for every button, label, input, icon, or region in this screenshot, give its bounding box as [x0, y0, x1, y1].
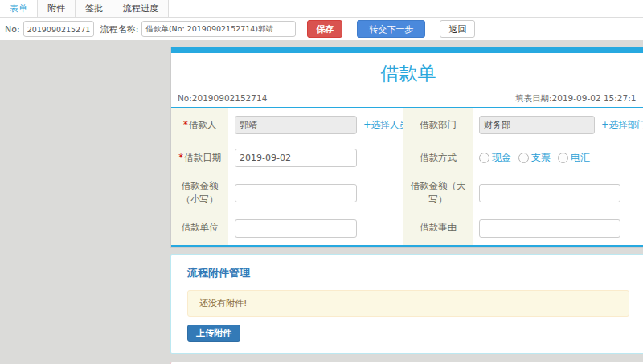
- amount-small-label: 借款金额（小写）: [171, 174, 228, 212]
- radio-icon: [558, 153, 568, 163]
- reason-input[interactable]: [479, 219, 620, 238]
- app-window: 表单 附件 签批 流程进度 No: 流程名称: 保存 转交下一步 返回 借款单 …: [0, 0, 643, 364]
- radio-icon: [518, 153, 529, 163]
- borrower-label: *借款人: [171, 108, 228, 141]
- process-name-label: 流程名称:: [100, 23, 139, 35]
- amount-small-cell: [228, 174, 403, 212]
- reason-cell: [473, 212, 643, 245]
- form-meta: No:20190902152714 填表日期:2019-09-02 15:27:…: [171, 92, 643, 108]
- tab-attachments-label: 附件: [47, 2, 65, 14]
- no-label: No:: [5, 24, 20, 35]
- reason-label: 借款事由: [403, 212, 473, 245]
- department-label: 借款部门: [403, 108, 473, 141]
- radio-wire-label: 电汇: [571, 151, 590, 165]
- form-no-text: No:20190902152714: [178, 93, 267, 103]
- amount-small-input[interactable]: [235, 184, 357, 202]
- tab-form-label: 表单: [10, 2, 27, 14]
- method-cell: 现金 支票 电汇: [473, 141, 643, 174]
- department-cell: +选择部门: [473, 108, 643, 141]
- no-attachments-alert: 还没有附件!: [187, 290, 629, 317]
- form-date-text: 填表日期:2019-09-02 15:27:1: [515, 93, 636, 104]
- tab-approval[interactable]: 签批: [76, 0, 113, 17]
- radio-cash[interactable]: 现金: [479, 151, 511, 165]
- radio-wire[interactable]: 电汇: [558, 151, 590, 165]
- tab-attachments[interactable]: 附件: [38, 0, 76, 17]
- radio-cash-label: 现金: [492, 151, 511, 165]
- form-table: *借款人 +选择人员 借款部门 +选择部门 *借款日期 借: [171, 108, 643, 247]
- method-label: 借款方式: [403, 141, 473, 174]
- panel-top-bar: [171, 47, 643, 53]
- upload-attachment-button[interactable]: 上传附件: [187, 325, 240, 342]
- tab-progress[interactable]: 流程进度: [113, 0, 169, 17]
- radio-check[interactable]: 支票: [518, 151, 551, 165]
- no-input[interactable]: [23, 21, 94, 37]
- borrow-date-input[interactable]: [235, 149, 357, 167]
- process-name-input[interactable]: [141, 21, 296, 37]
- form-panel: 借款单 No:20190902152714 填表日期:2019-09-02 15…: [170, 47, 643, 248]
- required-mark: *: [178, 152, 183, 163]
- borrower-input[interactable]: [235, 116, 357, 134]
- toolbar: No: 流程名称: 保存 转交下一步 返回: [0, 18, 643, 41]
- borrower-cell: +选择人员: [228, 108, 403, 141]
- amount-big-label: 借款金额（大写）: [403, 174, 473, 212]
- page-background: 借款单 No:20190902152714 填表日期:2019-09-02 15…: [0, 40, 643, 364]
- select-person-link[interactable]: +选择人员: [363, 119, 408, 131]
- department-input[interactable]: [479, 116, 595, 134]
- tab-approval-label: 签批: [85, 2, 103, 14]
- amount-big-input[interactable]: [479, 184, 620, 202]
- attachments-panel: 流程附件管理 还没有附件! 上传附件: [170, 254, 643, 354]
- unit-input[interactable]: [235, 219, 357, 238]
- unit-cell: [228, 212, 403, 245]
- amount-big-cell: [473, 174, 643, 212]
- approval-panel: 流程签批意见 B I abc: [170, 362, 643, 364]
- tab-form[interactable]: 表单: [0, 0, 38, 17]
- required-mark: *: [183, 119, 188, 130]
- borrow-date-label: *借款日期: [171, 141, 228, 174]
- tab-progress-label: 流程进度: [123, 2, 158, 14]
- radio-check-label: 支票: [531, 151, 551, 165]
- tab-bar: 表单 附件 签批 流程进度: [0, 0, 643, 18]
- radio-icon: [479, 153, 489, 163]
- page-title: 借款单: [171, 53, 643, 92]
- borrow-date-cell: [228, 141, 403, 174]
- next-step-button[interactable]: 转交下一步: [357, 20, 425, 38]
- select-department-link[interactable]: +选择部门: [601, 119, 643, 131]
- save-button[interactable]: 保存: [307, 20, 342, 38]
- attachments-heading: 流程附件管理: [187, 266, 629, 280]
- unit-label: 借款单位: [171, 212, 228, 245]
- back-button[interactable]: 返回: [440, 20, 475, 38]
